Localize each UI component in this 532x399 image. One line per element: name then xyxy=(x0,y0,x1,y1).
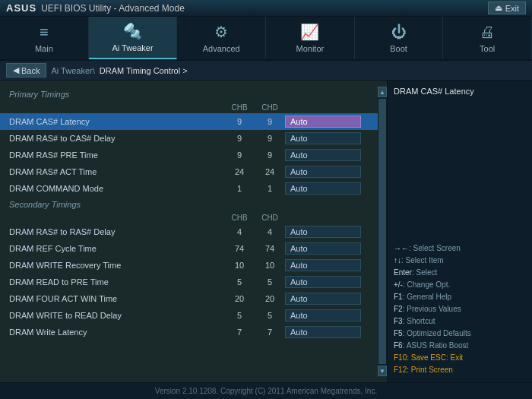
primary-col-headers: CHB CHD xyxy=(0,102,378,113)
key-hint-f5: F5: Optimized Defaults xyxy=(394,328,526,340)
settings-scroll-area: Primary Timings CHB CHD DRAM CAS# Latenc… xyxy=(0,87,387,376)
main-content: Primary Timings CHB CHD DRAM CAS# Latenc… xyxy=(0,81,532,382)
setting-row-write-recovery[interactable]: DRAM WRITE Recovery Time 10 10 Auto xyxy=(0,257,378,274)
tab-tool[interactable]: 🖨 Tool xyxy=(443,17,532,59)
setting-val: Auto xyxy=(285,326,369,338)
back-arrow-icon: ◀ xyxy=(13,65,19,75)
footer: Version 2.10.1208. Copyright (C) 2011 Am… xyxy=(0,382,532,399)
setting-name: DRAM WRITE Recovery Time xyxy=(9,261,224,270)
key-label: F6 xyxy=(394,341,403,350)
col-chd-header: CHD xyxy=(255,103,285,112)
setting-chd: 4 xyxy=(255,227,285,236)
setting-row-ras-pre[interactable]: DRAM RAS# PRE Time 9 9 Auto xyxy=(0,147,378,163)
setting-chb: 9 xyxy=(224,150,255,160)
main-icon: ≡ xyxy=(40,24,49,41)
setting-chb: 9 xyxy=(224,117,255,126)
key-hint-f3: F3: Shortcut xyxy=(394,315,526,328)
key-label: F1 xyxy=(394,293,403,301)
setting-row-dram-cas[interactable]: DRAM CAS# Latency 9 9 Auto xyxy=(0,113,378,130)
setting-row-write-latency[interactable]: DRAM Write Latency 7 7 Auto xyxy=(0,324,378,340)
key-hints: →←: Select Screen ↑↓: Select Item Enter:… xyxy=(394,242,526,376)
key-hint-plusminus: +/-: Change Opt. xyxy=(394,279,526,291)
setting-chd: 9 xyxy=(255,134,285,143)
footer-text: Version 2.10.1208. Copyright (C) 2011 Am… xyxy=(155,387,377,395)
setting-name: DRAM REF Cycle Time xyxy=(9,244,224,253)
monitor-icon: 📈 xyxy=(300,23,319,41)
breadcrumb-path: Ai Tweaker\ xyxy=(51,66,94,75)
setting-chb: 9 xyxy=(224,134,255,143)
tab-boot[interactable]: ⏻ Boot xyxy=(355,17,444,59)
key-hint-f10: F10: Save ESC: Exit xyxy=(394,352,526,364)
tab-advanced[interactable]: ⚙ Advanced xyxy=(177,17,266,59)
setting-chb: 20 xyxy=(224,294,255,303)
tab-monitor-label: Monitor xyxy=(296,44,325,53)
setting-row-ras-act[interactable]: DRAM RAS# ACT Time 24 24 Auto xyxy=(0,163,378,180)
header-left: ASUS UEFI BIOS Utility - Advanced Mode xyxy=(6,2,185,14)
setting-val: Auto xyxy=(285,182,369,195)
asus-logo: ASUS xyxy=(6,2,36,14)
header-title: UEFI BIOS Utility - Advanced Mode xyxy=(41,3,185,14)
setting-val: Auto xyxy=(285,309,369,321)
setting-row-four-act[interactable]: DRAM FOUR ACT WIN Time 20 20 Auto xyxy=(0,290,378,307)
setting-row-cmd-mode[interactable]: DRAM COMMAND Mode 1 1 Auto xyxy=(0,180,378,197)
setting-chd: 5 xyxy=(255,277,285,287)
setting-row-ref-cycle[interactable]: DRAM REF Cycle Time 74 74 Auto xyxy=(0,240,378,257)
setting-val: Auto xyxy=(285,116,369,128)
key-hint-f2: F2: Previous Values xyxy=(394,303,526,315)
scroll-thumb[interactable] xyxy=(378,99,386,364)
setting-name: DRAM WRITE to READ Delay xyxy=(9,311,224,320)
setting-name: DRAM RAS# PRE Time xyxy=(9,150,224,160)
tab-main[interactable]: ≡ Main xyxy=(0,17,89,59)
back-button[interactable]: ◀ Back xyxy=(6,63,46,78)
setting-chd: 20 xyxy=(255,294,285,303)
header: ASUS UEFI BIOS Utility - Advanced Mode ⏏… xyxy=(0,0,532,17)
col-chd-header2: CHD xyxy=(255,214,285,222)
settings-list: Primary Timings CHB CHD DRAM CAS# Latenc… xyxy=(0,87,378,376)
key-label: Enter xyxy=(394,268,412,277)
scroll-up-button[interactable]: ▲ xyxy=(378,87,387,97)
key-label: F2 xyxy=(394,305,403,313)
setting-chd: 9 xyxy=(255,150,285,160)
key-hint-enter: Enter: Select xyxy=(394,267,526,279)
setting-chb: 10 xyxy=(224,261,255,270)
setting-chb: 1 xyxy=(224,184,255,193)
setting-row-write-read[interactable]: DRAM WRITE to READ Delay 5 5 Auto xyxy=(0,307,378,324)
setting-val: Auto xyxy=(285,132,369,144)
settings-panel: Primary Timings CHB CHD DRAM CAS# Latenc… xyxy=(0,81,388,382)
col-name-header xyxy=(9,103,224,112)
setting-row-ras-cas[interactable]: DRAM RAS# to CAS# Delay 9 9 Auto xyxy=(0,130,378,147)
tool-icon: 🖨 xyxy=(480,24,495,41)
col-chb-header2: CHB xyxy=(224,214,255,222)
nav-tabs: ≡ Main 🔩 Ai Tweaker ⚙ Advanced 📈 Monitor… xyxy=(0,17,532,61)
setting-name: DRAM CAS# Latency xyxy=(9,117,224,126)
setting-val: Auto xyxy=(285,166,369,178)
setting-name: DRAM FOUR ACT WIN Time xyxy=(9,294,224,303)
setting-val: Auto xyxy=(285,226,369,238)
secondary-timings-label: Secondary Timings xyxy=(0,197,378,212)
setting-chd: 24 xyxy=(255,167,285,176)
setting-chb: 7 xyxy=(224,328,255,337)
setting-name: DRAM RAS# ACT Time xyxy=(9,167,224,176)
setting-chd: 74 xyxy=(255,244,285,253)
exit-button[interactable]: ⏏ Exit xyxy=(488,2,526,14)
setting-chb: 5 xyxy=(224,311,255,320)
exit-label: Exit xyxy=(505,4,519,13)
primary-timings-label: Primary Timings xyxy=(0,87,378,102)
scroll-down-button[interactable]: ▼ xyxy=(378,366,387,376)
setting-chb: 74 xyxy=(224,244,255,253)
setting-row-ras-ras[interactable]: DRAM RAS# to RAS# Delay 4 4 Auto xyxy=(0,223,378,240)
col-val-header xyxy=(285,103,369,112)
setting-val: Auto xyxy=(285,242,369,255)
tab-monitor[interactable]: 📈 Monitor xyxy=(266,17,355,59)
setting-chd: 10 xyxy=(255,261,285,270)
help-title: DRAM CAS# Latency xyxy=(394,87,526,99)
col-chb-header: CHB xyxy=(224,103,255,112)
setting-name: DRAM RAS# to CAS# Delay xyxy=(9,134,224,143)
tab-ai-tweaker[interactable]: 🔩 Ai Tweaker xyxy=(89,17,178,59)
scrollbar[interactable]: ▲ ▼ xyxy=(378,87,387,376)
key-hint-updown: ↑↓: Select Item xyxy=(394,255,526,267)
ai-tweaker-icon: 🔩 xyxy=(123,22,142,40)
setting-row-read-pre[interactable]: DRAM READ to PRE Time 5 5 Auto xyxy=(0,274,378,290)
breadcrumb: ◀ Back Ai Tweaker\ DRAM Timing Control > xyxy=(0,61,532,81)
key-hint-arrows: →←: Select Screen xyxy=(394,242,526,255)
